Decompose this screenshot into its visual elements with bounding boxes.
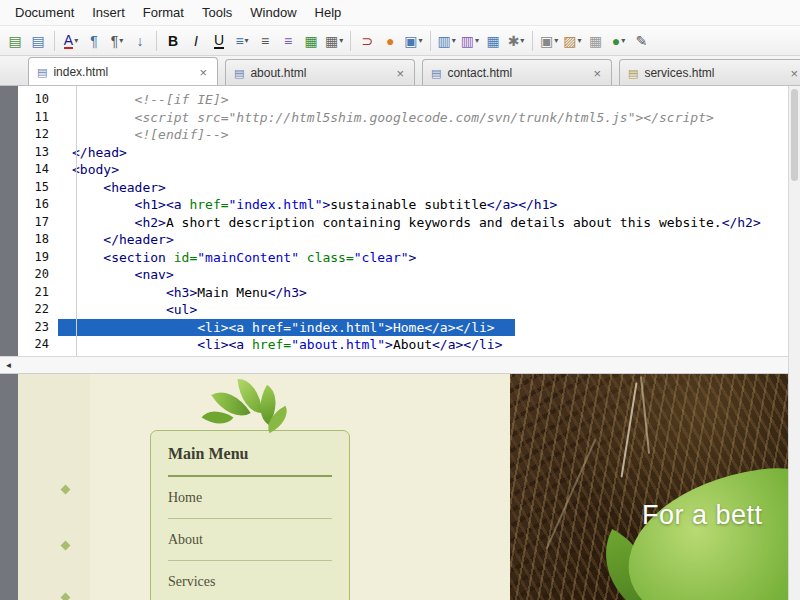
hero-twig-decoration (546, 439, 597, 549)
preview-menu-title: Main Menu (168, 445, 332, 477)
code-text: <![endif]--> (58, 126, 243, 144)
tab-close-icon[interactable]: × (394, 66, 406, 81)
vertical-scrollbar[interactable] (788, 86, 800, 600)
table-menu-icon[interactable]: ▦▾ (323, 29, 345, 53)
code-line-24[interactable]: 24 <li><a href="about.html">About</a></l… (18, 336, 788, 354)
chevron-down-icon: ▾ (245, 36, 249, 45)
file-icon: ▤ (37, 66, 47, 79)
code-line-10[interactable]: 10 <!--[if IE]> (18, 91, 788, 109)
leaf-bullet-decoration (61, 485, 71, 495)
html-editor-window: DocumentInsertFormatToolsWindowHelp ▤▤A▾… (0, 0, 800, 600)
file-icon: ▤ (431, 67, 441, 80)
scroll-left-button[interactable]: ◄ (0, 357, 17, 373)
code-line-16[interactable]: 16 <h1><a href="index.html">sustainable … (18, 196, 788, 214)
anchor-icon[interactable]: ⊃ (356, 29, 378, 53)
tab-label: about.html (250, 66, 394, 80)
gear-icon[interactable]: ✱▾ (505, 29, 527, 53)
code-line-12[interactable]: 12 <![endif]--> (18, 126, 788, 144)
tab-about.html[interactable]: ▤about.html× (225, 59, 415, 86)
list-icon[interactable]: ≡ (277, 29, 299, 53)
design-preview-pane: Main Menu HomeAboutServices For a bett (18, 374, 788, 600)
code-lines: 10 <!--[if IE]>11 <script src="http://ht… (18, 91, 788, 354)
calendar-icon[interactable]: ▦ (585, 29, 607, 53)
bold-icon[interactable]: B (162, 29, 184, 53)
paragraph-marks-icon[interactable]: ¶ (83, 29, 105, 53)
line-number: 20 (18, 266, 58, 284)
tab-contact.html[interactable]: ▤contact.html× (422, 59, 612, 86)
chevron-down-icon: ▾ (74, 36, 78, 45)
chevron-down-icon: ▾ (339, 36, 343, 45)
import-icon[interactable]: ↓ (129, 29, 151, 53)
tab-index.html[interactable]: ▤index.html× (28, 57, 218, 86)
edit-pencil-icon[interactable]: ✎ (631, 29, 653, 53)
line-number: 14 (18, 161, 58, 179)
align-icon[interactable]: ≡▾ (231, 29, 253, 53)
code-text: <body> (58, 161, 133, 179)
chevron-down-icon: ▾ (554, 36, 558, 45)
new-from-template-icon[interactable]: ▤ (27, 29, 49, 53)
font-color-icon[interactable]: A▾ (60, 29, 82, 53)
toolbar-separator (156, 31, 157, 51)
preview-menu-item-services[interactable]: Services (168, 561, 332, 600)
code-line-23[interactable]: 23 <li><a href="index.html">Home</a></li… (18, 319, 788, 337)
line-number: 12 (18, 126, 58, 144)
code-line-13[interactable]: 13</head> (18, 144, 788, 162)
chevron-down-icon: ▾ (621, 36, 625, 45)
preview-menu-card: Main Menu HomeAboutServices (150, 430, 350, 600)
line-number: 16 (18, 196, 58, 214)
line-number: 11 (18, 109, 58, 127)
vertical-scrollbar-thumb[interactable] (791, 89, 798, 181)
code-line-17[interactable]: 17 <h2>A short description containing ke… (18, 214, 788, 232)
tab-close-icon[interactable]: × (591, 66, 603, 81)
horizontal-scrollbar[interactable]: ◄ (0, 356, 788, 374)
code-line-22[interactable]: 22 <ul> (18, 301, 788, 319)
hero-twig-decoration (621, 382, 638, 477)
tab-label: index.html (53, 65, 197, 79)
code-text: <li><a href="about.html">About</a></li> (58, 336, 517, 354)
code-editor[interactable]: 10 <!--[if IE]>11 <script src="http://ht… (18, 86, 788, 356)
menu-item-help[interactable]: Help (306, 0, 351, 25)
italic-icon[interactable]: I (185, 29, 207, 53)
menu-item-window[interactable]: Window (241, 0, 305, 25)
justify-icon[interactable]: ≡ (254, 29, 276, 53)
preview-menu-item-home[interactable]: Home (168, 477, 332, 519)
new-document-icon[interactable]: ▤ (4, 29, 26, 53)
tab-close-icon[interactable]: × (197, 65, 209, 80)
menu-item-tools[interactable]: Tools (193, 0, 241, 25)
code-line-20[interactable]: 20 <nav> (18, 266, 788, 284)
chart-columns-icon[interactable]: ▥▾ (436, 29, 458, 53)
tab-close-icon[interactable]: × (788, 66, 800, 81)
spreadsheet-icon[interactable]: ▦ (482, 29, 504, 53)
code-line-18[interactable]: 18 </header> (18, 231, 788, 249)
toolbar-separator (54, 31, 55, 51)
menu-item-format[interactable]: Format (134, 0, 193, 25)
code-text: <ul> (58, 301, 211, 319)
code-line-21[interactable]: 21 <h3>Main Menu</h3> (18, 284, 788, 302)
publish-globe-icon[interactable]: ●▾ (608, 29, 630, 53)
code-line-19[interactable]: 19 <section id="mainContent" class="clea… (18, 249, 788, 267)
window-layout-icon[interactable]: ▣▾ (402, 29, 424, 53)
palette-icon[interactable]: ▨▾ (561, 29, 583, 53)
left-gutter-strip (0, 86, 18, 600)
leaf-bullet-decoration (61, 541, 71, 551)
file-icon: ▤ (628, 67, 638, 80)
menu-bar: DocumentInsertFormatToolsWindowHelp (0, 0, 800, 26)
code-line-11[interactable]: 11 <script src="http://html5shim.googlec… (18, 109, 788, 127)
line-number: 10 (18, 91, 58, 109)
form-icon[interactable]: ▣▾ (538, 29, 560, 53)
chart-bars-icon[interactable]: ▥▾ (459, 29, 481, 53)
insert-table-icon[interactable]: ▦ (300, 29, 322, 53)
tab-services.html[interactable]: ▤services.html× (619, 59, 800, 86)
code-text: </header> (58, 231, 188, 249)
code-line-15[interactable]: 15 <header> (18, 179, 788, 197)
preview-menu-item-about[interactable]: About (168, 519, 332, 561)
code-text: <h1><a href="index.html">sustainable sub… (58, 196, 571, 214)
hero-image: For a bett (510, 374, 788, 600)
line-number: 13 (18, 144, 58, 162)
web-sphere-icon[interactable]: ● (379, 29, 401, 53)
menu-item-insert[interactable]: Insert (83, 0, 134, 25)
code-line-14[interactable]: 14<body> (18, 161, 788, 179)
menu-item-document[interactable]: Document (6, 0, 83, 25)
underline-icon[interactable]: U (208, 29, 230, 53)
paragraph-format-icon[interactable]: ¶▾ (106, 29, 128, 53)
